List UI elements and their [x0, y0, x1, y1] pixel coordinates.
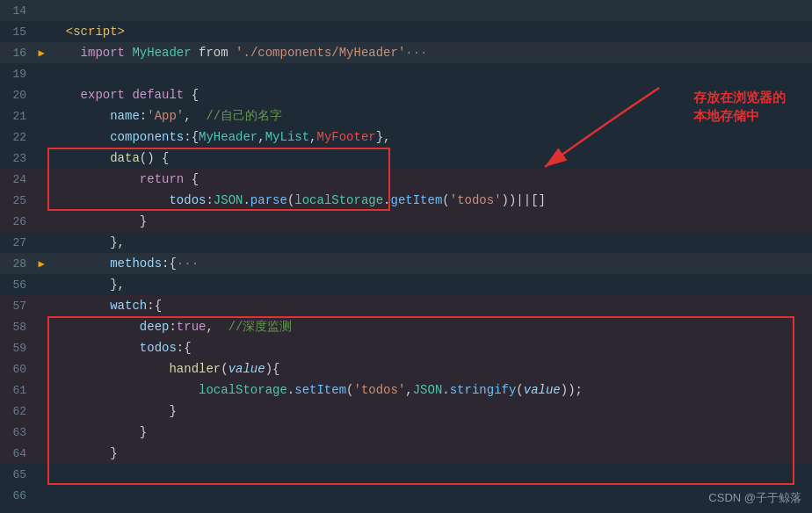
- line-56: 56 },: [0, 274, 812, 295]
- line-26: 26 }: [0, 211, 812, 232]
- line-25: 25 todos:JSON.parse(localStorage.getItem…: [0, 190, 812, 211]
- line-20: 20 export default {: [0, 84, 812, 105]
- line-60: 60 handler(value){: [0, 358, 812, 379]
- line-16: 16 ▶ import MyHeader from './components/…: [0, 42, 812, 63]
- line-66: 66: [0, 485, 812, 506]
- line-21: 21 name:'App', //自己的名字: [0, 105, 812, 126]
- line-58: 58 deep:true, //深度监测: [0, 316, 812, 337]
- line-15: 15 <script>: [0, 21, 812, 42]
- line-19: 19: [0, 63, 812, 84]
- line-24: 24 return {: [0, 169, 812, 190]
- line-22: 22 components:{MyHeader,MyList,MyFooter}…: [0, 126, 812, 148]
- line-59: 59 todos:{: [0, 337, 812, 358]
- line-65: 65: [0, 464, 812, 485]
- code-editor: 14 15 <script> 16 ▶ import MyHeader from…: [0, 0, 812, 513]
- line-27: 27 },: [0, 232, 812, 253]
- line-63: 63 }: [0, 422, 812, 443]
- line-23: 23 data() {: [0, 148, 812, 169]
- line-14: 14: [0, 0, 812, 21]
- line-62: 62 }: [0, 401, 812, 422]
- line-64: 64 }: [0, 443, 812, 464]
- annotation-local-storage: 存放在浏览器的本地存储中: [693, 88, 786, 125]
- csdn-badge: CSDN @子于鲸落: [708, 490, 801, 506]
- line-61: 61 localStorage.setItem('todos',JSON.str…: [0, 379, 812, 401]
- line-57: 57 watch:{: [0, 295, 812, 316]
- line-28: 28 ▶ methods:{···: [0, 253, 812, 274]
